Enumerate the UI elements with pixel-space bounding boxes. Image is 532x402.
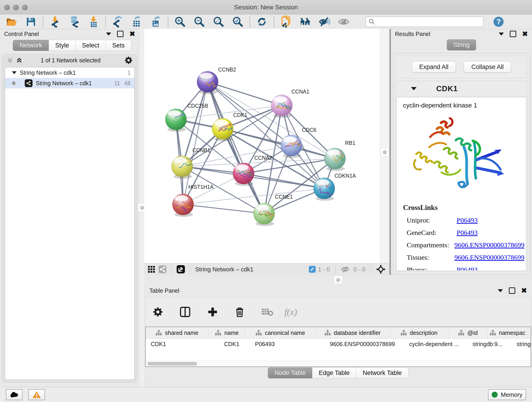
network-node-CDC6[interactable]: CDC6 [281,127,317,158]
table-cell[interactable]: P06493 [250,339,325,349]
import-network-database-icon[interactable] [69,16,80,27]
right-splitter-handle[interactable] [380,148,389,156]
detach-view-icon[interactable] [177,265,185,274]
table-cell[interactable]: cyclin-dependent ... [404,339,467,349]
results-panel-close-icon[interactable]: ✖ [522,31,528,37]
memory-button[interactable]: Memory [488,389,526,400]
scrollbar-thumb[interactable] [147,362,197,366]
birdseye-view-icon[interactable] [158,265,166,273]
column-label: description [410,330,438,336]
network-node-CCNE1[interactable]: CCNE1 [254,194,293,226]
table-cell[interactable]: stringdb [512,339,531,349]
export-image-icon[interactable] [150,16,162,27]
table-tab-node-table[interactable]: Node Table [268,367,312,378]
collection-expand-icon[interactable] [12,71,17,74]
column-header-database-identifier[interactable]: database identifier [316,327,390,338]
open-session-icon[interactable] [6,16,17,27]
table-settings-gear-icon[interactable] [153,307,163,317]
network-node-CDK1[interactable]: CDK1 [212,112,247,141]
collapse-all-icon[interactable] [7,57,13,64]
network-view[interactable]: CCNB2CCNA1CDC25BCDK1CDC6RB1CCNB1CCNA2CDK… [144,29,380,263]
table-tab-edge-table[interactable]: Edge Table [312,367,356,378]
crosslink-link[interactable]: P06493 [457,266,478,270]
help-icon[interactable]: ? [493,16,504,27]
hidden-eye-icon[interactable] [341,266,349,273]
search-box[interactable] [365,17,484,27]
zoom-fit-icon[interactable] [213,16,224,27]
home-icon[interactable] [299,16,311,27]
zoom-selected-icon[interactable] [232,16,244,27]
zoom-in-icon[interactable] [174,16,186,27]
network-edge[interactable] [223,129,335,159]
delete-column-icon[interactable] [235,306,244,317]
selected-checkbox-icon[interactable]: ✓ [309,266,316,273]
tab-style[interactable]: Style [49,40,76,51]
tab-network[interactable]: Network [13,40,49,51]
export-table-icon[interactable] [131,16,143,27]
table-cell[interactable]: CDK1 [214,339,250,349]
collapse-all-button[interactable]: Collapse All [464,61,511,73]
column-header-shared-name[interactable]: shared name [146,327,209,338]
results-panel-maximize-icon[interactable] [510,31,516,37]
search-input[interactable] [375,18,481,25]
table-cell[interactable]: CDK1 [146,339,214,349]
table-row[interactable]: CDK1CDK1P064939606.ENSP00000378699cyclin… [146,339,531,349]
control-panel-float-icon[interactable] [106,32,111,36]
tab-select[interactable]: Select [76,40,106,51]
table-panel-float-icon[interactable] [498,289,503,292]
cloud-button[interactable] [6,389,22,400]
network-edge[interactable] [208,82,282,105]
control-panel-maximize-icon[interactable] [117,31,123,37]
refresh-icon[interactable] [256,16,268,27]
column-header-namespac[interactable]: namespac [488,327,528,338]
collapse-section-icon[interactable] [411,87,417,90]
column-header-@id[interactable]: @id [448,327,488,338]
crosslink-link[interactable]: P06493 [457,229,478,236]
network-collection-row[interactable]: String Network – cdk1 1 [5,67,134,78]
network-row[interactable]: String Network – cdk1 11 48 [5,78,134,89]
table-tab-network-table[interactable]: Network Table [356,367,409,378]
network-node-RB1[interactable]: RB1 [324,140,355,171]
node-label-CDKN1A: CDKN1A [335,173,356,179]
zoom-out-icon[interactable] [194,16,205,27]
network-edge[interactable] [183,204,264,214]
grid-view-icon[interactable] [148,266,155,273]
export-network-icon[interactable] [112,16,123,27]
import-network-file-icon[interactable] [49,16,61,27]
show-columns-icon[interactable] [180,307,190,317]
horizontal-splitter-handle[interactable] [334,276,342,284]
show-eye-icon[interactable] [338,16,349,27]
network-node-HIST1H1A[interactable]: HIST1H1A [172,184,214,217]
tab-sets[interactable]: Sets [106,40,131,51]
import-table-icon[interactable] [88,16,99,27]
results-panel-float-icon[interactable] [499,32,504,36]
table-panel-maximize-icon[interactable] [509,287,515,294]
table-cell[interactable]: stringdb:9... [467,339,512,349]
warnings-button[interactable] [28,389,45,400]
network-from-clipboard-icon[interactable] [280,16,292,27]
gear-icon[interactable] [124,56,133,64]
table-horizontal-scrollbar[interactable] [146,361,531,366]
column-header-description[interactable]: description [390,327,448,338]
network-node-CCNA2[interactable]: CCNA2 [233,155,272,186]
table-panel-close-icon[interactable]: ✖ [521,287,527,294]
crosslink-link[interactable]: 9606.ENSP00000378699 [454,241,525,249]
expand-all-button[interactable]: Expand All [412,61,456,73]
column-header-canonical-name[interactable]: canonical name [245,327,316,338]
fit-content-icon[interactable] [376,265,385,274]
network-node-CDKN1A[interactable]: CDKN1A [314,173,356,201]
tab-string[interactable]: String [447,39,476,51]
crosslink-link[interactable]: 9606.ENSP00000378699 [454,254,525,261]
table-cell[interactable]: 9606.ENSP00000378699 [325,339,404,349]
expand-all-icon[interactable] [16,57,23,64]
node-label-CCNA1: CCNA1 [291,89,309,95]
add-column-icon[interactable] [207,307,218,317]
save-session-icon[interactable] [25,16,37,27]
crosslink-link[interactable]: P06493 [457,216,478,224]
column-header-name[interactable]: name [209,327,245,338]
protein-structure-image [407,115,508,195]
current-network-dot [12,81,16,85]
protein-section-header[interactable]: CDK1 [396,81,527,96]
hide-glasses-icon[interactable] [319,16,330,27]
control-panel-close-icon[interactable]: ✖ [129,31,135,37]
